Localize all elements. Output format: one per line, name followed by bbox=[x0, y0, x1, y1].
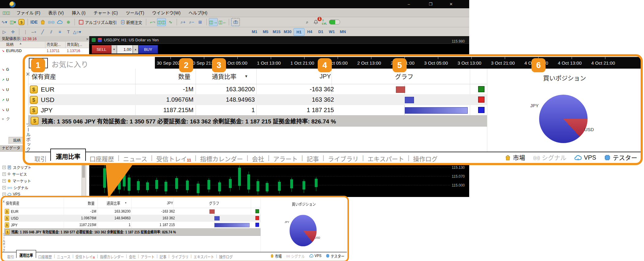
notifications-bell-icon[interactable]: 1 bbox=[312, 18, 320, 26]
tab-library[interactable]: ライブラリ bbox=[324, 152, 362, 163]
exposure-row-usd[interactable]: $ USD 1.09676M 148.94963 163 362 bbox=[4, 215, 261, 221]
col-volume[interactable]: 数量 bbox=[35, 198, 95, 208]
timeframe-h4[interactable]: H4 bbox=[305, 28, 315, 35]
sell-button[interactable]: SELL bbox=[92, 45, 111, 54]
tab-articles[interactable]: 記事 bbox=[158, 252, 169, 259]
timeframe-mn[interactable]: MN bbox=[338, 28, 348, 35]
expand-icon[interactable]: + bbox=[2, 179, 6, 183]
tab-alerts[interactable]: アラート bbox=[139, 252, 157, 259]
col-graph[interactable]: グラフ bbox=[189, 198, 239, 208]
market-footer-button[interactable]: 市場 bbox=[505, 153, 525, 162]
market-watch-close-icon[interactable]: ✕ bbox=[86, 36, 89, 42]
menu-chart[interactable]: チャート (C) bbox=[90, 9, 122, 16]
community-icon[interactable]: ⊕ bbox=[64, 18, 72, 26]
algo-trading-button[interactable]: アルゴリズム取引 bbox=[77, 18, 119, 26]
menu-tools[interactable]: ツール(T) bbox=[122, 9, 148, 16]
timeframe-m15[interactable]: M15 bbox=[271, 28, 282, 35]
close-button[interactable]: ✕ bbox=[445, 1, 458, 7]
exposure-row-eur[interactable]: $ EUR -1M 163.36200 -163 362 bbox=[29, 84, 487, 95]
text-tool-icon[interactable]: T bbox=[64, 28, 72, 36]
navigator-item-scripts[interactable]: + スクリプト bbox=[2, 164, 31, 170]
trendline-tool-icon[interactable]: ╱ bbox=[39, 28, 47, 36]
tab-company[interactable]: 会社 bbox=[127, 252, 138, 259]
tab-trade[interactable]: 取引 bbox=[31, 152, 50, 163]
menu-view[interactable]: 表示 (V) bbox=[44, 9, 68, 16]
channel-tool-icon[interactable]: ⫽ bbox=[47, 28, 55, 36]
tab-calendar[interactable]: 指標カレンダー bbox=[98, 252, 126, 259]
buy-button[interactable]: BUY bbox=[138, 45, 158, 54]
navigator-item-signals[interactable]: + ((o)) シグナル bbox=[2, 184, 28, 191]
volume-field[interactable]: 1.00 bbox=[117, 45, 133, 54]
col-symbol[interactable]: 銘柄 bbox=[6, 42, 13, 47]
tab-journal[interactable]: 操作ログ bbox=[217, 252, 235, 259]
market-footer-button[interactable]: 市場 bbox=[270, 253, 282, 259]
timeframe-m1[interactable]: M1 bbox=[249, 28, 260, 35]
levels-icon[interactable]: ⇧LVL bbox=[320, 18, 328, 26]
tab-company[interactable]: 会社 bbox=[248, 152, 268, 163]
dollar-tool-icon[interactable]: $ bbox=[17, 18, 25, 26]
line-mode-icon[interactable]: ∿ bbox=[167, 18, 174, 26]
navigator-item-services[interactable]: + ⚙ サービス bbox=[2, 171, 27, 177]
search-icon[interactable]: ⌕ bbox=[303, 18, 311, 26]
col-ask[interactable]: 買気配(... bbox=[67, 42, 82, 47]
col-volume[interactable]: 数量 bbox=[84, 69, 190, 84]
vline-tool-icon[interactable]: ｜ bbox=[21, 28, 29, 36]
market-bag-icon[interactable] bbox=[39, 18, 47, 26]
candle-mode-icon[interactable]: ◫◫ bbox=[157, 18, 166, 26]
tile-windows-icon[interactable]: ⊞ bbox=[196, 18, 204, 26]
col-jpy[interactable]: JPY bbox=[133, 198, 173, 208]
tab-articles[interactable]: 記事 bbox=[303, 152, 323, 163]
timeframe-m5[interactable]: M5 bbox=[260, 28, 271, 35]
tab-journal[interactable]: 操作ログ bbox=[409, 152, 441, 163]
candle-chart-style-icon[interactable]: ◫▾ bbox=[9, 18, 17, 26]
exposure-row-usd[interactable]: $ USD 1.09676M 148.94963 163 362 bbox=[29, 95, 487, 105]
tab-news[interactable]: ニュース bbox=[119, 152, 151, 163]
tab-trade[interactable]: 取引 bbox=[5, 252, 16, 259]
minimize-button[interactable]: – bbox=[402, 1, 415, 7]
tester-footer-button[interactable]: テスター bbox=[604, 153, 637, 162]
timeframe-d1[interactable]: D1 bbox=[316, 28, 326, 35]
market-watch-symbols-tab[interactable]: 銘柄 bbox=[9, 137, 25, 144]
tester-footer-button[interactable]: テスター bbox=[326, 253, 344, 259]
crosshair-tool-icon[interactable]: ✛ bbox=[9, 28, 17, 36]
shapes-tool-icon[interactable]: △○▾ bbox=[73, 28, 81, 36]
favorites-search-placeholder[interactable]: お気に入り bbox=[52, 59, 88, 69]
shift-end-icon[interactable]: ◫→ bbox=[209, 18, 218, 26]
timeframe-h1[interactable]: H1 bbox=[293, 28, 305, 36]
col-bid[interactable]: 売気配... bbox=[47, 42, 61, 47]
expand-icon[interactable]: + bbox=[2, 172, 6, 176]
tab-history[interactable]: 口座履歴 bbox=[86, 152, 118, 163]
tab-mailbox[interactable]: 受信トレイ11 bbox=[152, 152, 195, 163]
navigator-item-vps[interactable]: + VPS bbox=[2, 191, 20, 197]
volume-up-stepper[interactable]: ▲ bbox=[133, 45, 138, 54]
tab-mailbox[interactable]: 受信トレイ11 bbox=[73, 252, 97, 259]
tab-news[interactable]: ニュース bbox=[55, 252, 73, 259]
fibonacci-tool-icon[interactable]: ≡ bbox=[56, 28, 64, 36]
tab-exposure[interactable]: 運用比率 bbox=[50, 149, 86, 161]
tab-exposure[interactable]: 運用比率 bbox=[16, 250, 36, 258]
signals-footer-button[interactable]: ((o)) シグナル bbox=[533, 153, 566, 162]
tab-experts[interactable]: エキスパート bbox=[364, 152, 408, 163]
navigator-item-market[interactable]: + マーケット bbox=[2, 178, 31, 184]
exposure-row-jpy[interactable]: $ JPY 1187.215M 1 1 187 215 bbox=[4, 221, 261, 228]
line-chart-style-icon[interactable]: ∿▾ bbox=[0, 18, 8, 26]
menu-file[interactable]: ファイル (F) bbox=[13, 9, 44, 16]
expand-icon[interactable]: + bbox=[2, 186, 6, 189]
restore-button[interactable]: ❐ bbox=[424, 1, 437, 7]
vps-footer-button[interactable]: VPS bbox=[574, 154, 596, 161]
connection-toggle[interactable] bbox=[329, 18, 340, 26]
screenshot-camera-icon[interactable] bbox=[231, 18, 240, 26]
volume-down-stepper[interactable]: ▼ bbox=[111, 45, 117, 54]
exposure-row-eur[interactable]: $ EUR -1M 163.36200 -163 362 bbox=[4, 208, 261, 215]
expand-icon[interactable]: + bbox=[2, 193, 6, 196]
vps-cloud-icon[interactable] bbox=[56, 18, 64, 26]
tab-library[interactable]: ライブラリ bbox=[169, 252, 190, 259]
timeframe-m30[interactable]: M30 bbox=[282, 28, 293, 35]
menu-window[interactable]: ウインドウ(W) bbox=[148, 9, 185, 16]
exposure-row-jpy[interactable]: $ JPY 1187.215M 1 1 187 215 bbox=[29, 105, 487, 115]
hline-tool-icon[interactable]: –∘ bbox=[30, 28, 38, 36]
shift-back-icon[interactable]: ◫← bbox=[218, 18, 227, 26]
col-rate[interactable]: 通貨比率▼ bbox=[107, 198, 127, 208]
col-assets[interactable]: 保有資産 bbox=[6, 198, 20, 208]
zoom-in-icon[interactable]: ⌕+ bbox=[179, 18, 187, 26]
